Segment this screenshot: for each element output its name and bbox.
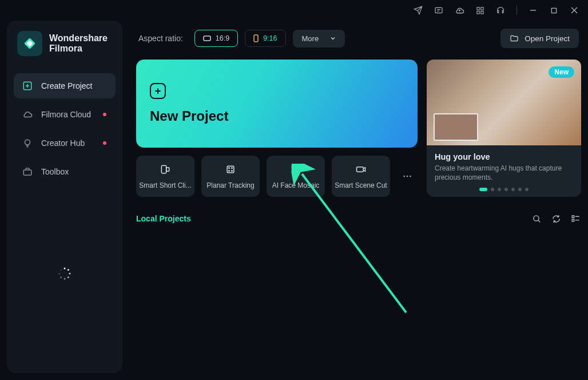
search-button[interactable] [531,213,542,224]
tool-ai-face-mosaic[interactable]: AI Face Mosaic [267,156,325,197]
svg-point-13 [69,273,71,275]
toolbox-icon [22,166,33,177]
svg-point-26 [229,170,230,171]
close-button[interactable] [565,2,583,18]
carousel-dots[interactable] [427,188,581,197]
dot[interactable] [511,188,515,191]
ratio-text: 9:16 [263,34,277,42]
svg-point-33 [403,176,405,177]
refresh-button[interactable] [550,213,562,224]
svg-rect-0 [435,7,442,13]
svg-rect-19 [204,36,210,41]
svg-point-15 [64,278,66,280]
feature-image: New [427,60,581,145]
svg-rect-1 [476,7,479,9]
tool-label: Smart Scene Cut [335,181,387,189]
aspect-ratio-16-9[interactable]: 16:9 [194,30,238,47]
maximize-button[interactable] [545,2,563,18]
sidebar: Wondershare Filmora Create Project Filmo… [7,21,122,373]
dot-active[interactable] [479,188,487,191]
svg-rect-29 [297,165,300,168]
main-content: Aspect ratio: 16:9 9:16 More Open Projec… [122,21,588,380]
notification-dot [103,113,106,116]
app-shell: Wondershare Filmora Create Project Filmo… [0,21,588,380]
dot[interactable] [518,188,522,191]
aspect-ratio-label: Aspect ratio: [138,34,183,43]
sidebar-item-create-project[interactable]: Create Project [14,73,116,98]
plus-icon: + [150,83,166,99]
svg-point-18 [60,269,62,271]
svg-rect-5 [551,8,556,13]
dot[interactable] [491,188,494,191]
svg-point-9 [25,140,30,145]
new-project-title: New Project [150,108,404,124]
aspect-ratio-toolbar: Aspect ratio: 16:9 9:16 More Open Projec… [136,21,581,60]
more-label: More [302,34,319,43]
svg-point-11 [64,268,66,270]
send-icon[interactable] [409,2,427,18]
brand-name: Wondershare Filmora [49,33,108,54]
clip-icon [160,164,171,177]
dot[interactable] [525,188,529,191]
sidebar-item-label: Toolbox [41,167,69,176]
bulb-icon [22,137,33,149]
aspect-ratio-9-16[interactable]: 9:16 [245,30,285,47]
brand-logo-icon [17,31,42,56]
mosaic-icon [290,164,301,177]
landscape-icon [203,35,211,41]
apps-icon[interactable] [471,2,489,18]
local-projects-bar: Local Projects [136,213,581,224]
sidebar-item-toolbox[interactable]: Toolbox [14,159,116,184]
svg-rect-28 [292,165,295,168]
tool-planar-tracking[interactable]: Planar Tracking [201,156,260,197]
message-icon[interactable] [430,2,448,18]
local-actions [531,213,581,224]
tool-smart-short-clip[interactable]: Smart Short Cli... [136,156,194,197]
feature-thumbnail [434,113,478,141]
notification-dot [103,141,106,145]
svg-rect-32 [357,167,364,171]
tool-label: Smart Short Cli... [139,181,191,189]
tool-smart-scene-cut[interactable]: Smart Scene Cut [332,156,390,197]
sidebar-item-label: Filmora Cloud [41,110,91,119]
feature-card[interactable]: New Hug your love Create heartwarming AI… [427,60,581,197]
svg-point-24 [229,167,230,168]
sidebar-item-creator-hub[interactable]: Creator Hub [14,130,116,156]
aspect-ratio-more[interactable]: More [293,30,345,48]
list-icon [571,214,581,224]
new-project-card[interactable]: + New Project [136,60,418,148]
separator [517,6,517,15]
tools-more-button[interactable] [397,156,418,197]
svg-rect-10 [23,170,31,175]
tracking-icon [225,164,236,177]
cloud-icon [22,109,33,120]
svg-rect-21 [161,165,166,173]
chevron-down-icon [330,35,336,41]
sidebar-item-filmora-cloud[interactable]: Filmora Cloud [14,102,116,127]
svg-rect-23 [227,166,234,173]
dot[interactable] [504,188,508,191]
sidebar-nav: Create Project Filmora Cloud Creator Hub… [14,73,116,184]
plus-square-icon [22,80,33,92]
svg-rect-37 [572,215,574,217]
hero-row: + New Project Smart Short Cli... Planar … [136,60,581,197]
svg-point-34 [407,176,408,177]
svg-rect-3 [476,11,479,13]
svg-point-27 [232,170,233,171]
svg-rect-31 [297,170,300,173]
cloud-icon[interactable] [450,2,468,18]
dots-icon [402,171,412,181]
dot[interactable] [498,188,501,191]
feature-description: Create heartwarming AI hugs that capture… [435,164,573,182]
svg-point-12 [67,269,69,271]
minimize-button[interactable] [524,2,542,18]
local-projects-title: Local Projects [136,214,191,223]
view-toggle-button[interactable] [570,213,581,224]
refresh-icon [551,214,561,224]
support-icon[interactable] [491,2,510,18]
svg-point-36 [533,215,538,220]
svg-rect-20 [254,35,258,42]
svg-rect-4 [480,11,483,13]
brand: Wondershare Filmora [14,31,116,69]
open-project-button[interactable]: Open Project [500,29,579,48]
